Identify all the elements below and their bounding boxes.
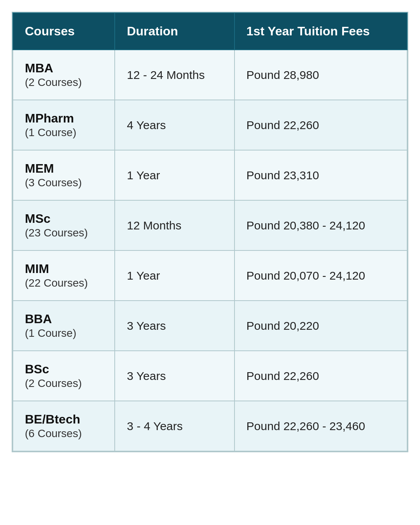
- duration-cell: 12 - 24 Months: [115, 50, 234, 100]
- course-name: BSc: [25, 362, 49, 376]
- tuition-cell: Pound 20,380 - 24,120: [234, 200, 407, 250]
- duration-cell: 12 Months: [115, 200, 234, 250]
- tuition-cell: Pound 20,070 - 24,120: [234, 250, 407, 301]
- duration-cell: 1 Year: [115, 150, 234, 200]
- course-cell: BE/Btech(6 Courses): [13, 401, 115, 451]
- course-cell: BSc(2 Courses): [13, 351, 115, 401]
- course-name: MPharm: [25, 111, 74, 125]
- table-row: BBA(1 Course)3 YearsPound 20,220: [13, 301, 407, 351]
- course-cell: MIM(22 Courses): [13, 250, 115, 301]
- course-count: (2 Courses): [25, 76, 82, 88]
- course-count: (22 Courses): [25, 277, 88, 289]
- course-cell: BBA(1 Course): [13, 301, 115, 351]
- duration-cell: 3 - 4 Years: [115, 401, 234, 451]
- course-cell: MBA(2 Courses): [13, 50, 115, 100]
- course-name: BBA: [25, 312, 52, 326]
- courses-table: Courses Duration 1st Year Tuition Fees M…: [12, 12, 408, 452]
- course-cell: MPharm(1 Course): [13, 100, 115, 150]
- header-tuition: 1st Year Tuition Fees: [234, 13, 407, 50]
- table-row: MSc(23 Courses)12 MonthsPound 20,380 - 2…: [13, 200, 407, 250]
- course-count: (1 Course): [25, 327, 76, 339]
- table-row: MEM(3 Courses)1 YearPound 23,310: [13, 150, 407, 200]
- duration-cell: 4 Years: [115, 100, 234, 150]
- course-count: (1 Course): [25, 126, 76, 138]
- header-duration: Duration: [115, 13, 234, 50]
- table-row: MIM(22 Courses)1 YearPound 20,070 - 24,1…: [13, 250, 407, 301]
- course-name: MSc: [25, 212, 51, 226]
- course-count: (2 Courses): [25, 377, 82, 389]
- duration-cell: 3 Years: [115, 351, 234, 401]
- tuition-cell: Pound 22,260 - 23,460: [234, 401, 407, 451]
- course-name: MIM: [25, 262, 49, 276]
- course-count: (23 Courses): [25, 227, 88, 239]
- table-row: MPharm(1 Course)4 YearsPound 22,260: [13, 100, 407, 150]
- course-count: (3 Courses): [25, 177, 82, 189]
- header-courses: Courses: [13, 13, 115, 50]
- table-row: MBA(2 Courses)12 - 24 MonthsPound 28,980: [13, 50, 407, 100]
- course-cell: MSc(23 Courses): [13, 200, 115, 250]
- course-cell: MEM(3 Courses): [13, 150, 115, 200]
- course-name: BE/Btech: [25, 412, 80, 426]
- course-name: MBA: [25, 61, 53, 75]
- table-row: BSc(2 Courses)3 YearsPound 22,260: [13, 351, 407, 401]
- table-row: BE/Btech(6 Courses)3 - 4 YearsPound 22,2…: [13, 401, 407, 451]
- duration-cell: 1 Year: [115, 250, 234, 301]
- tuition-cell: Pound 28,980: [234, 50, 407, 100]
- duration-cell: 3 Years: [115, 301, 234, 351]
- tuition-cell: Pound 22,260: [234, 100, 407, 150]
- tuition-cell: Pound 23,310: [234, 150, 407, 200]
- tuition-cell: Pound 22,260: [234, 351, 407, 401]
- table-header-row: Courses Duration 1st Year Tuition Fees: [13, 13, 407, 50]
- course-name: MEM: [25, 161, 54, 175]
- tuition-cell: Pound 20,220: [234, 301, 407, 351]
- course-count: (6 Courses): [25, 427, 82, 439]
